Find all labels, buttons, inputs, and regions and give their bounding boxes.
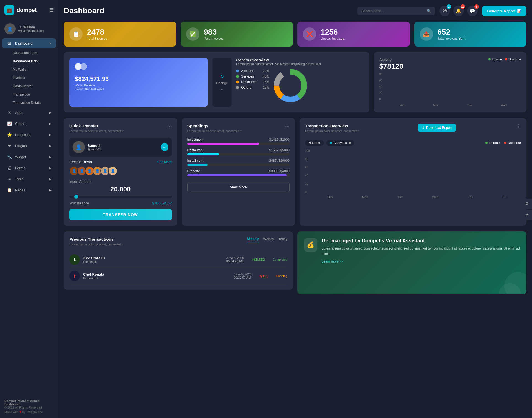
spending-current-2: $1567: [269, 148, 278, 152]
generate-report-label: Generate Report: [487, 9, 515, 13]
wallet-change: +0,8% than last week: [75, 87, 202, 90]
bootstrap-label: Bootstrap: [15, 133, 30, 137]
txn-name-2: Chef Renata: [83, 272, 104, 276]
card-logo: [75, 63, 202, 70]
bottom-row: Quick Transfer Lorem ipsum dolor sit ame…: [64, 118, 526, 226]
amount-slider[interactable]: [69, 196, 172, 198]
nav-dashboard[interactable]: ⊞ Dashboard ▼: [2, 38, 56, 48]
table-label: Table: [15, 177, 24, 181]
user-info: Hi, William william@gmail.com: [18, 25, 44, 32]
nav-charts[interactable]: 📈 Charts ▶: [2, 119, 56, 129]
income-label-txn: Income: [489, 141, 500, 145]
header: Dashboard 🔍 🛍 2 🔔 12 💬 5 Generate Report…: [64, 6, 526, 16]
main-content: Dashboard 🔍 🛍 2 🔔 12 💬 5 Generate Report…: [58, 0, 532, 418]
pages-icon: 📋: [7, 188, 12, 192]
sub-dashboard-light[interactable]: Dashboard Light: [0, 49, 58, 57]
txn-type-2: Restaurant: [83, 276, 104, 280]
txn-item-2: ⬆ Chef Renata Restaurant June 5, 2020 09…: [69, 268, 287, 284]
tab-monthly[interactable]: Monthly: [247, 237, 259, 242]
sub-invoices[interactable]: Invoices: [0, 74, 58, 82]
chart-icon: 📊: [517, 9, 521, 13]
transfer-user-card: 👤 Samuel @sum224 ✓: [69, 138, 172, 157]
footer-copy: © 2021 All Rights Reserved: [4, 406, 54, 409]
paid-invoices-label: Paid Invoices: [204, 37, 224, 40]
nav-pages[interactable]: 📋 Pages ▶: [2, 185, 56, 195]
generate-report-button[interactable]: Generate Report 📊: [482, 6, 526, 16]
spending-amounts-4: $3890 /$4000: [269, 169, 290, 173]
sub-cards-center[interactable]: Cards Center: [0, 82, 58, 90]
total-invoices-value: 2478: [87, 28, 107, 37]
recent-friend-label: Recent Friend: [69, 160, 92, 164]
balance-row: Your Balance $ 456,345.62: [69, 201, 172, 205]
quick-transfer-more[interactable]: ⋯: [167, 124, 172, 129]
total-invoices-label: Total Invoices: [87, 37, 107, 40]
analytics-toggle[interactable]: Analytics: [326, 140, 354, 146]
spending-fill-1: [187, 143, 259, 145]
transfer-user-handle: @sum224: [88, 148, 101, 151]
spending-current-1: $1415: [269, 138, 278, 142]
activity-chart: [385, 75, 521, 103]
search-input[interactable]: [361, 9, 424, 13]
nav-table[interactable]: ≡ Table ▶: [2, 174, 56, 184]
legend-items: Account 20% Services 40% Restaurant 15%: [236, 69, 269, 100]
sub-transaction-details[interactable]: Transaction Details: [0, 99, 58, 107]
sub-dashboard-dark[interactable]: Dashboard Dark: [0, 57, 58, 65]
right-float-buttons: ⚙ ☀: [522, 199, 532, 220]
spending-bar-1: [187, 143, 290, 145]
bag-button[interactable]: 🛍 2: [439, 6, 450, 16]
txn-overview-more[interactable]: ⋮: [516, 124, 521, 129]
donut-chart: [274, 69, 307, 103]
nav-widget[interactable]: 🔧 Widget ▶: [2, 152, 56, 162]
see-more-link[interactable]: See More: [157, 160, 172, 164]
wallet-label: Wallet Balance: [75, 84, 202, 87]
nav-apps[interactable]: ① Apps ▶: [2, 107, 56, 117]
spendings-subtitle: Lorem ipsum dolor sit amet, consectetur: [187, 129, 242, 133]
sub-transaction[interactable]: Transaction: [0, 90, 58, 99]
widget-label: Widget: [15, 155, 26, 159]
transaction-overview-card: Transaction Overview Lorem ipsum dolor s…: [300, 118, 526, 226]
chevron-right-icon3: ▶: [49, 133, 52, 136]
quick-transfer-card: Quick Transfer Lorem ipsum dolor sit ame…: [64, 118, 177, 226]
nav-forms[interactable]: 🖨 Forms ▶: [2, 163, 56, 173]
theme-float-button[interactable]: ☀: [522, 210, 532, 220]
bell-button[interactable]: 🔔 12: [453, 6, 464, 16]
x-axis-labels: SunMonTueWed: [385, 104, 521, 107]
settings-float-button[interactable]: ⚙: [522, 199, 532, 209]
spendings-more[interactable]: ⋯: [285, 124, 290, 129]
apps-label: Apps: [15, 111, 23, 115]
txn-amount-2: -$120: [259, 274, 268, 278]
legend-others: Others 15%: [236, 86, 269, 89]
unpaid-icon: ❌: [303, 27, 316, 41]
tab-today[interactable]: Today: [278, 237, 287, 242]
view-more-button[interactable]: View More: [187, 182, 290, 192]
chat-button[interactable]: 💬 5: [467, 6, 478, 16]
quick-transfer-title: Quick Transfer: [69, 124, 124, 128]
bag-badge: 2: [447, 4, 451, 9]
transfer-avatar: 👤: [73, 141, 85, 153]
chevron-right-icon4: ▶: [49, 144, 52, 147]
chevron-right-icon8: ▶: [49, 189, 52, 192]
cards-overview-subtitle: Lorem ipsum dolor sit amet, consectetur …: [236, 62, 364, 66]
download-report-button[interactable]: ⬇ Download Report: [418, 124, 456, 132]
logo-text: dompet: [17, 7, 37, 13]
legend-restaurant-label: Restaurant: [241, 80, 257, 84]
number-toggle[interactable]: Number: [305, 140, 324, 146]
tab-weekly[interactable]: Weekly: [263, 237, 274, 242]
overview-right: Card's Overview Lorem ipsum dolor sit am…: [236, 58, 364, 107]
legend-account-label: Account: [241, 69, 253, 73]
va-description: Lorem ipsum dolor sit amet, consectetur …: [322, 246, 520, 256]
quick-transfer-subtitle: Lorem ipsum dolor sit amet, consectetur: [69, 129, 124, 133]
transfer-now-button[interactable]: TRANSFER NOW: [69, 209, 172, 220]
change-button[interactable]: ↻ Change ⌄: [212, 58, 232, 107]
activity-info: Activity $78120: [379, 58, 403, 71]
nav-plugins[interactable]: ❤ Plugins ▶: [2, 141, 56, 151]
virtual-assistant-card: 💰 Get managed by Dompet's Virtual Assist…: [297, 231, 526, 294]
hamburger-icon[interactable]: ☰: [49, 7, 54, 13]
user-name: William: [23, 25, 35, 29]
nav-bootstrap[interactable]: ⭐ Bootstrap ▶: [2, 130, 56, 140]
spending-bar-3: [187, 164, 290, 166]
sub-my-wallet[interactable]: My Wallet: [0, 65, 58, 74]
change-label: Change: [216, 81, 228, 85]
stat-info-sent: 652 Total Invoices Sent: [438, 28, 466, 40]
va-learn-more-link[interactable]: Learn more >>: [322, 260, 344, 263]
